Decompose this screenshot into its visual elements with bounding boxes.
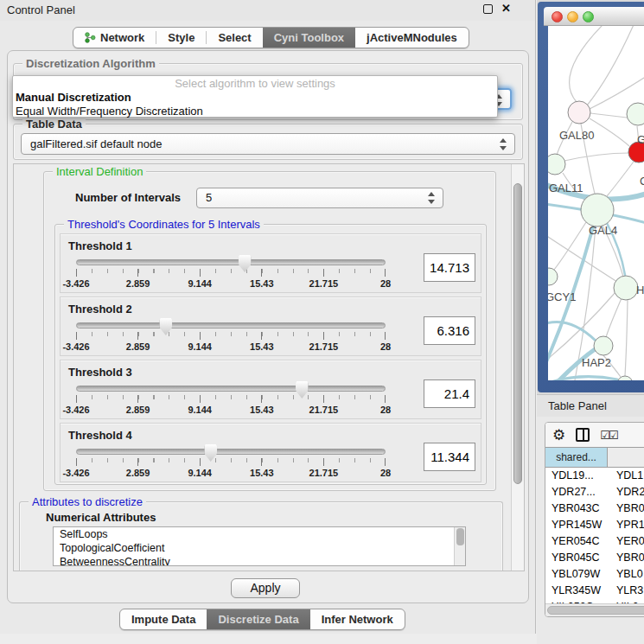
slider-track[interactable] [76,386,386,392]
node-label-partial-h: H [636,284,644,296]
slider-major-ticks [76,458,386,466]
threshold-4-panel: Threshold 4 -3.426 2.859 9.144 [60,423,481,482]
table-data-group: Table Data galFiltered.sif default node [13,124,523,160]
dropdown-placeholder-item[interactable]: Select algorithm to view settings [13,76,497,91]
tab-network[interactable]: Network [73,28,156,48]
table-data-group-title: Table Data [22,118,86,131]
close-icon[interactable]: ✕ [501,3,511,14]
network-window-titlebar[interactable] [544,7,644,26]
settings-scrollbar[interactable] [511,164,524,571]
tab-style-label: Style [168,31,194,44]
algorithm-dropdown-popup: Select algorithm to view settings Manual… [12,75,498,118]
numerical-attributes-list[interactable]: SelfLoops TopologicalCoefficient Between… [53,526,466,566]
table-panel-titlebar: Table Panel [537,394,644,417]
close-traffic-light-icon[interactable] [552,11,563,22]
list-scrollbar[interactable] [454,527,465,565]
tab-discretize-data[interactable]: Discretize Data [207,609,309,629]
node-label-gal11: GAL11 [549,182,583,194]
threshold-3-value-field[interactable]: 21.4 [424,379,475,408]
select-columns-icon[interactable]: ☑☑ [600,429,616,442]
cyni-toolbox-panel: Discretization Algorithm Select algorith… [7,50,529,603]
tab-cyni-toolbox[interactable]: Cyni Toolbox [263,28,355,48]
node-bottom-partial[interactable] [617,376,633,380]
list-scrollbar-thumb[interactable] [456,528,464,545]
tab-discretize-data-label: Discretize Data [218,613,298,626]
list-item[interactable]: BetweennessCentrality [54,555,465,566]
node-label-partial-g: G [637,133,644,146]
number-of-intervals-combobox[interactable]: 5 [196,188,443,208]
column-header-name[interactable]: na [608,448,644,467]
node-hap2[interactable] [594,336,613,355]
split-view-icon[interactable] [576,428,590,442]
tab-network-label: Network [100,31,144,44]
table-row[interactable]: YBR043CYBR0 [545,501,644,517]
node-label-hap2: HAP2 [582,356,611,369]
control-panel-tabs: Network Style Select Cyni Toolbox jActiv… [73,27,469,48]
maximize-traffic-light-icon[interactable] [583,11,594,22]
slider-major-ticks [76,395,386,403]
table-row[interactable]: YPR145WYPR1 [545,517,644,533]
network-icon [85,32,96,43]
slider-track[interactable] [76,259,386,265]
slider-axis-labels: -3.426 2.859 9.144 15.43 21.715 28 [76,278,386,290]
tab-jactivemnodules-label: jActiveMNodules [367,31,457,44]
table-row[interactable]: YBR045CYBR0 [545,550,644,566]
network-graph: GAL80 G C GAL11 GAL4 GCY1 H HAP2 [548,26,644,380]
threshold-2-slider[interactable]: -3.426 2.859 9.144 15.43 21.715 28 [76,318,386,354]
table-row[interactable]: YDR27...YDR2 [545,484,644,501]
node-gal80[interactable] [568,101,590,124]
table-row[interactable]: YER054CYER0 [545,533,644,550]
slider-major-ticks [76,269,386,277]
node-gcy1[interactable] [548,268,558,285]
table-row[interactable]: YLR345WYLR3 [545,583,644,599]
tab-cyni-toolbox-label: Cyni Toolbox [274,31,344,44]
slider-track[interactable] [76,322,386,328]
apply-button[interactable]: Apply [231,578,300,598]
float-window-icon[interactable] [483,4,493,14]
right-region: GAL80 G C GAL11 GAL4 GCY1 H HAP2 Table P… [537,0,644,644]
list-item[interactable]: TopologicalCoefficient [54,541,465,555]
node-gal11[interactable] [548,154,565,175]
table-row[interactable]: YBL079WYBL0 [545,566,644,583]
threshold-3-slider[interactable]: -3.426 2.859 9.144 15.43 21.715 28 [76,381,386,418]
tab-infer-network[interactable]: Infer Network [310,609,405,629]
threshold-4-value-field[interactable]: 11.344 [424,443,475,471]
node-partial-top-right[interactable] [627,103,644,125]
column-header-shared-name[interactable]: shared... [545,448,608,467]
combo-updown-arrows-icon [428,191,436,205]
tab-impute-data[interactable]: Impute Data [120,609,207,629]
node-h-partial[interactable] [614,276,638,300]
slider-axis-labels: -3.426 2.859 9.144 15.43 21.715 28 [76,405,386,416]
slider-track[interactable] [76,449,386,455]
settings-scrollbar-thumb[interactable] [513,183,522,484]
interval-definition-group: Interval Definition Number of Intervals … [43,171,496,491]
tab-style[interactable]: Style [156,28,206,48]
network-canvas[interactable]: GAL80 G C GAL11 GAL4 GCY1 H HAP2 [548,26,644,380]
node-label-partial-c: C [640,175,644,188]
tab-jactivemnodules[interactable]: jActiveMNodules [355,28,469,48]
settings-scroll-panel: Interval Definition Number of Intervals … [13,163,525,571]
panel-title: Control Panel [7,3,75,16]
control-panel: Control Panel ✕ Network Style Se [0,0,536,634]
threshold-1-slider[interactable]: -3.426 2.859 9.144 15.43 21.715 28 [76,255,386,291]
threshold-4-slider[interactable]: -3.426 2.859 9.144 15.43 21.715 28 [76,444,386,481]
number-of-intervals-value: 5 [206,191,212,204]
dropdown-item-equal-width[interactable]: Equal Width/Frequency Discretization [13,105,497,118]
node-gal4[interactable] [581,194,614,226]
table-rows: YDL19...YDL1 YDR27...YDR2 YBR043CYBR0 YP… [545,468,644,615]
minimize-traffic-light-icon[interactable] [567,11,578,22]
table-row[interactable]: YDL19...YDL1 [545,468,644,484]
table-scrollbar-thumb[interactable] [547,606,644,615]
tab-impute-data-label: Impute Data [131,613,195,626]
table-data-combobox[interactable]: galFiltered.sif default node [21,133,515,155]
threshold-2-value-field[interactable]: 6.316 [424,316,475,345]
network-nodes[interactable] [548,101,644,380]
table-horizontal-scrollbar[interactable] [545,603,644,616]
number-of-intervals-label: Number of Intervals [75,191,181,204]
threshold-1-value-field[interactable]: 14.713 [424,253,475,282]
tab-select[interactable]: Select [207,28,262,48]
gear-icon[interactable]: ⚙ [552,428,565,443]
list-item[interactable]: SelfLoops [54,527,465,541]
dropdown-item-manual-discretization[interactable]: Manual Discretization [13,91,497,105]
network-view-window[interactable]: GAL80 G C GAL11 GAL4 GCY1 H HAP2 [538,2,644,392]
